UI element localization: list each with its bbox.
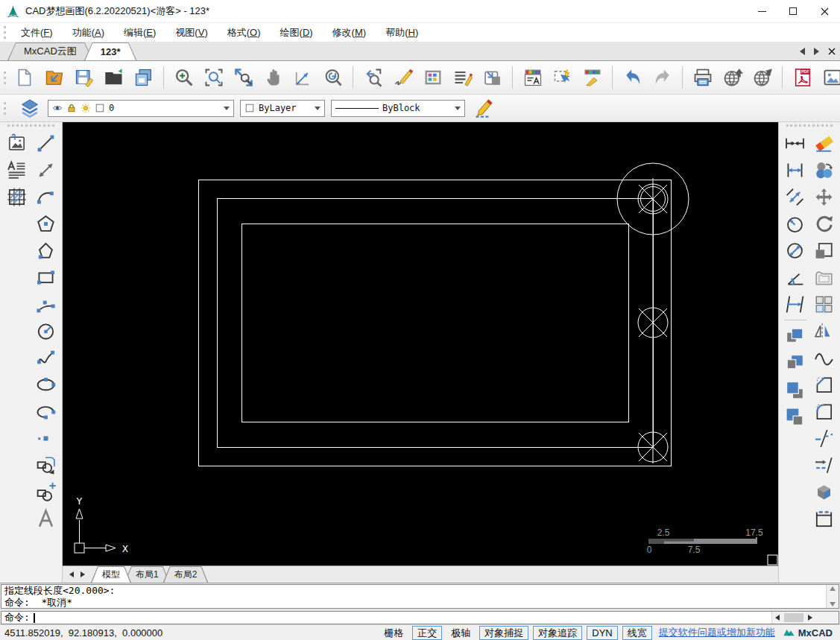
feedback-link[interactable]: 提交软件问题或增加新功能 (659, 626, 775, 639)
tool-view-previous[interactable] (360, 65, 386, 91)
status-toggle-1[interactable]: 正交 (412, 626, 442, 640)
menu-item-3[interactable]: 视图(V) (165, 25, 217, 40)
tool-dim-linear[interactable] (781, 130, 809, 156)
status-toggle-4[interactable]: 对象追踪 (533, 626, 582, 640)
tool-measure-angle[interactable] (290, 65, 316, 91)
tool-dim-angular[interactable] (781, 264, 809, 291)
tool-multiline-text[interactable] (3, 156, 31, 183)
tool-spline[interactable] (32, 344, 60, 371)
tool-export-image[interactable] (819, 65, 840, 91)
tool-linetype-manager[interactable] (449, 65, 476, 91)
close-button[interactable] (809, 0, 840, 22)
status-toggle-2[interactable]: 极轴 (446, 627, 475, 639)
tool-circle[interactable] (32, 317, 60, 344)
toolbar-grip[interactable] (4, 72, 7, 84)
tool-web-open[interactable] (749, 65, 775, 91)
tool-match-properties[interactable] (579, 65, 605, 91)
tool-draworder-below[interactable] (781, 403, 809, 430)
doc-tab-0[interactable]: MxCAD云图 (7, 42, 93, 60)
command-vertical-scrollbar[interactable] (826, 585, 839, 608)
tool-fillet[interactable] (810, 398, 838, 425)
drawing-canvas[interactable]: 2.517.507.5 YX 模型布局1布局2 (63, 122, 778, 583)
menu-item-6[interactable]: 修改(M) (323, 25, 376, 40)
tool-mirror[interactable] (810, 317, 838, 344)
tool-lengthen[interactable] (810, 452, 838, 478)
tool-zoom-window[interactable] (200, 65, 227, 91)
color-select[interactable]: ByLayer (240, 100, 325, 117)
minimize-button[interactable] (746, 0, 777, 22)
tool-box-3d[interactable] (810, 478, 838, 505)
tool-create-block[interactable] (32, 478, 60, 505)
tool-ellipse[interactable] (32, 371, 60, 398)
layout-tab-2[interactable]: 布局2 (163, 566, 209, 583)
menu-item-4[interactable]: 格式(O) (218, 25, 271, 40)
tool-zoom-dynamic[interactable] (320, 65, 346, 91)
tool-open-cloud[interactable] (41, 65, 67, 91)
tool-insert-image[interactable] (3, 130, 31, 156)
tool-ellipse-arc[interactable] (32, 398, 60, 425)
command-history[interactable]: 指定线段长度<20.000>:命令: *取消* (1, 584, 839, 609)
tool-zoom-in[interactable] (171, 65, 197, 91)
tab-scroll-right-button[interactable] (814, 48, 819, 55)
tool-move[interactable] (810, 183, 838, 210)
tool-offset[interactable] (810, 264, 838, 291)
tool-export-pdf[interactable]: PDF (789, 65, 815, 91)
layout-scroll-right-button[interactable] (77, 568, 88, 581)
tab-scroll-left-button[interactable] (800, 48, 805, 55)
tool-dim-continue[interactable] (781, 291, 809, 317)
tool-draworder-front[interactable] (781, 323, 809, 349)
doc-tab-1[interactable]: 123* (84, 42, 137, 60)
tool-draworder-above[interactable] (781, 376, 809, 403)
tool-dim-rotated[interactable] (781, 183, 809, 210)
tool-hatch[interactable] (3, 183, 31, 210)
tool-layer-manager[interactable] (520, 65, 546, 91)
tool-arc-start-end[interactable] (32, 183, 60, 210)
draw-settings-button[interactable] (471, 96, 496, 121)
scrollbar-thumb[interactable] (784, 613, 803, 622)
tool-redo[interactable] (649, 65, 675, 91)
command-horizontal-scrollbar[interactable] (771, 612, 839, 624)
tool-single-text[interactable] (32, 505, 60, 532)
tool-construction-line[interactable] (32, 156, 60, 183)
tool-freehand-draw[interactable] (390, 65, 416, 91)
layer-select[interactable]: 0 (48, 100, 234, 117)
propsbar-grip[interactable] (4, 102, 7, 115)
tool-named-views[interactable] (479, 65, 505, 91)
tool-draworder-back[interactable] (781, 349, 809, 376)
tool-dim-diameter[interactable] (781, 237, 809, 264)
menubar-grip[interactable] (4, 26, 7, 39)
tool-save-as[interactable] (130, 65, 157, 91)
tool-stretch[interactable] (810, 505, 838, 532)
tool-erase[interactable] (810, 130, 838, 156)
tool-quick-select[interactable] (549, 65, 575, 91)
tool-color-palette[interactable] (420, 65, 446, 91)
tool-arc[interactable] (32, 291, 60, 317)
status-toggle-5[interactable]: DYN (587, 626, 617, 640)
tool-array[interactable] (810, 291, 838, 317)
tool-copy[interactable] (810, 156, 838, 183)
status-toggle-0[interactable]: 栅格 (379, 627, 408, 639)
tool-line[interactable] (32, 130, 60, 156)
status-toggle-6[interactable]: 线宽 (622, 626, 652, 640)
tool-polygon[interactable] (32, 237, 60, 264)
menu-item-0[interactable]: 文件(F) (11, 25, 63, 40)
menu-item-7[interactable]: 帮助(H) (376, 25, 428, 40)
tool-web-publish[interactable] (719, 65, 745, 91)
tool-chamfer[interactable] (810, 371, 838, 398)
maximize-button[interactable] (777, 0, 809, 22)
tool-undo[interactable] (619, 65, 645, 91)
tool-print[interactable] (689, 65, 716, 91)
tool-save[interactable] (71, 65, 97, 91)
linetype-select[interactable]: ByBlock (331, 100, 465, 117)
tool-rotate[interactable] (810, 210, 838, 237)
tool-edit-spline[interactable] (810, 344, 838, 371)
command-input[interactable]: 命令: (1, 611, 839, 624)
menu-item-5[interactable]: 绘图(D) (271, 25, 323, 40)
tool-dim-radius[interactable] (781, 210, 809, 237)
layout-scroll-left-button[interactable] (66, 568, 77, 581)
menu-item-1[interactable]: 功能(A) (63, 25, 114, 40)
menu-item-2[interactable]: 编辑(E) (114, 25, 165, 40)
tool-new-file[interactable] (11, 65, 37, 91)
tool-dim-aligned[interactable] (781, 156, 809, 183)
tool-insert-block[interactable] (32, 452, 60, 478)
